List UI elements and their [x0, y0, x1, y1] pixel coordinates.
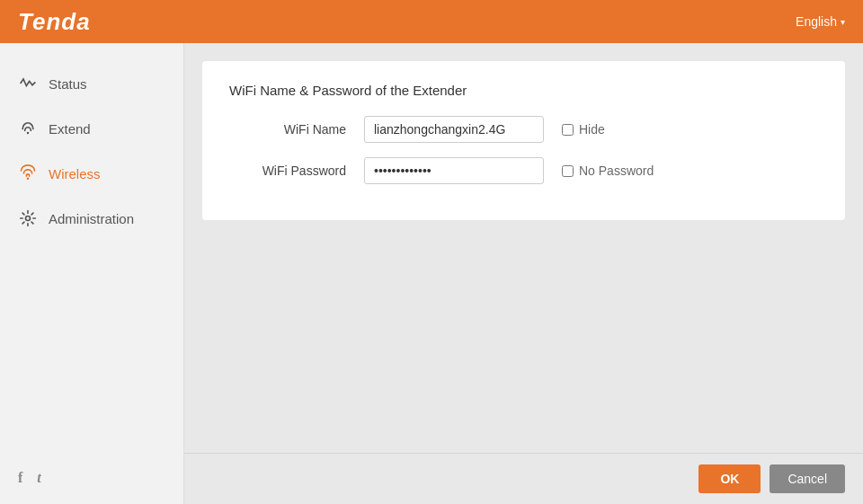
sidebar-nav: Status Extend — [0, 43, 183, 241]
lang-dropdown-arrow: ▾ — [841, 17, 845, 27]
svg-point-1 — [27, 178, 30, 181]
sidebar-label-wireless: Wireless — [49, 166, 101, 181]
main-layout: Status Extend — [0, 43, 863, 504]
wifi-password-row: WiFi Password No Password — [229, 157, 818, 184]
wifi-password-label: WiFi Password — [229, 164, 364, 178]
language-label: English — [796, 14, 837, 29]
svg-point-2 — [26, 217, 31, 221]
sidebar-item-extend[interactable]: Extend — [0, 106, 183, 151]
header: Tenda English ▾ — [0, 0, 863, 43]
cancel-button[interactable]: Cancel — [770, 464, 845, 493]
admin-icon — [18, 208, 38, 228]
ok-button[interactable]: OK — [698, 464, 761, 493]
logo: Tenda — [18, 8, 91, 36]
hide-label: Hide — [579, 122, 605, 137]
sidebar-label-administration: Administration — [49, 211, 134, 226]
wifi-password-input[interactable] — [364, 157, 544, 184]
sidebar-item-wireless[interactable]: Wireless — [0, 151, 183, 196]
language-selector[interactable]: English ▾ — [796, 14, 845, 29]
sidebar: Status Extend — [0, 43, 184, 504]
sidebar-label-status: Status — [49, 76, 87, 92]
svg-point-0 — [27, 132, 30, 135]
no-password-label: No Password — [579, 164, 654, 178]
wifi-name-row: WiFi Name Hide — [229, 116, 818, 143]
content-area: WiFi Name & Password of the Extender WiF… — [184, 43, 863, 504]
twitter-icon[interactable]: t — [37, 470, 40, 486]
sidebar-item-administration[interactable]: Administration — [0, 196, 183, 241]
wifi-card: WiFi Name & Password of the Extender WiF… — [202, 61, 845, 220]
status-icon — [18, 74, 38, 93]
no-password-checkbox-group[interactable]: No Password — [562, 164, 654, 178]
card-title: WiFi Name & Password of the Extender — [229, 83, 818, 98]
footer: OK Cancel — [184, 453, 863, 504]
no-password-checkbox[interactable] — [562, 165, 574, 177]
hide-checkbox-group[interactable]: Hide — [562, 122, 605, 137]
sidebar-label-extend: Extend — [49, 121, 91, 137]
wifi-name-input[interactable] — [364, 116, 544, 143]
social-links: f t — [0, 470, 183, 486]
wireless-icon — [18, 164, 38, 183]
facebook-icon[interactable]: f — [18, 470, 22, 486]
hide-checkbox[interactable] — [562, 124, 574, 136]
sidebar-item-status[interactable]: Status — [0, 61, 183, 106]
extend-icon — [18, 119, 38, 138]
wifi-name-label: WiFi Name — [229, 122, 364, 137]
